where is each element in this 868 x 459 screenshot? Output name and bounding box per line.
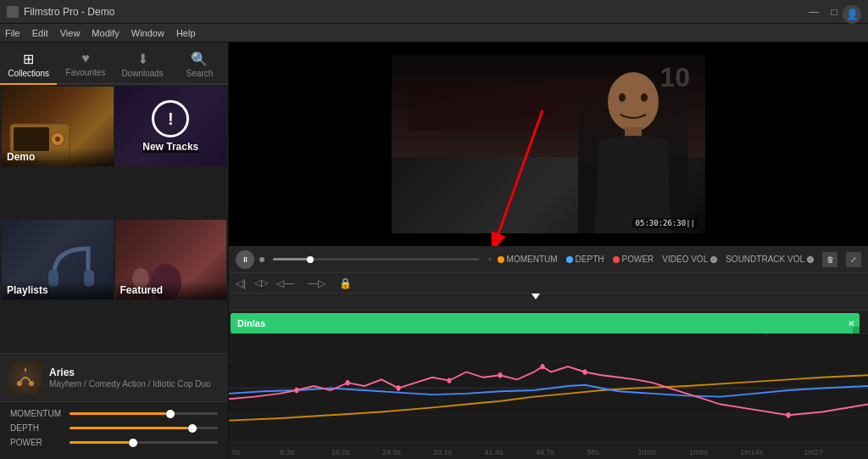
track-thumbnail <box>8 361 42 395</box>
track-title: Aries <box>49 367 220 378</box>
trim-right-button[interactable]: —▷ <box>308 277 326 289</box>
menu-window[interactable]: Window <box>131 28 164 38</box>
new-tracks-label: New Tracks <box>142 141 198 153</box>
time-49s: 49.7s <box>536 448 554 456</box>
depth-thumb <box>188 424 197 433</box>
tab-downloads[interactable]: ⬇ Downloads <box>114 48 171 83</box>
sidebar: ⊞ Collections ♥ Favourites ⬇ Downloads 🔍… <box>0 42 229 459</box>
power-graph-line <box>229 375 868 420</box>
video-vol-dot <box>710 256 717 263</box>
split-button[interactable]: ◁▷ <box>254 277 268 288</box>
soundtrack-vol-dot <box>807 256 814 263</box>
soundtrack-vol-text: SOUNDTRACK VOL <box>726 255 804 264</box>
depth-dot <box>566 256 573 263</box>
transport-dot <box>259 257 264 262</box>
now-playing-bar: Aries Mayhem / Comedy Action / Idiotic C… <box>0 353 228 401</box>
collection-new-tracks[interactable]: ! New Tracks <box>115 87 227 166</box>
trim-left-button[interactable]: ◁— <box>276 277 294 289</box>
transport-timeline[interactable] <box>273 258 479 260</box>
person-silhouette <box>578 72 688 233</box>
collections-icon: ⊞ <box>23 51 34 67</box>
svg-point-9 <box>17 381 22 386</box>
momentum-transport-text: MOMENTUM <box>507 255 558 264</box>
nav-tabs: ⊞ Collections ♥ Favourites ⬇ Downloads 🔍… <box>0 42 228 85</box>
graph-dot-5 <box>498 372 503 378</box>
tab-search[interactable]: 🔍 Search <box>171 48 228 83</box>
heart-icon: ♥ <box>81 51 90 66</box>
menu-edit[interactable]: Edit <box>32 28 48 38</box>
video-timestamp: 05:30:26:30|| <box>632 218 698 228</box>
title-bar: Filmstro Pro - Demo — □ ✕ <box>0 0 868 24</box>
time-0s: 0s <box>232 448 241 456</box>
app-body: ⊞ Collections ♥ Favourites ⬇ Downloads 🔍… <box>0 42 868 459</box>
svg-point-15 <box>641 93 648 102</box>
transport-bar: ⏸ + MOMENTUM DEPTH POWER <box>229 246 868 273</box>
playback-controls-row: ◁| ◁▷ ◁— —▷ 🔒 <box>229 273 868 294</box>
time-1m0s: 1m0s <box>638 448 657 456</box>
window-title: Filmstro Pro - Demo <box>24 6 114 18</box>
power-track[interactable] <box>70 441 218 444</box>
depth-transport-label: DEPTH <box>566 255 604 264</box>
power-fill <box>70 441 129 444</box>
graph-dot-3 <box>397 385 401 390</box>
graph-dot-7 <box>583 369 587 374</box>
graph-dot-8 <box>787 412 791 417</box>
track-info: Aries Mayhem / Comedy Action / Idiotic C… <box>49 367 220 389</box>
transport-label-controls: MOMENTUM DEPTH POWER VIDEO VOL SOUNDTRAC… <box>498 252 861 267</box>
track-subtitle: Mayhem / Comedy Action / Idiotic Cop Duo <box>49 379 220 389</box>
video-vol-label: VIDEO VOL <box>662 255 717 264</box>
tab-downloads-label: Downloads <box>121 69 163 78</box>
title-bar-left: Filmstro Pro - Demo <box>7 6 114 18</box>
time-24s: 24.8s <box>382 448 401 456</box>
minimize-button[interactable]: — <box>807 5 821 19</box>
track-lane: Dinlas ✕ <box>229 311 868 334</box>
momentum-track[interactable] <box>70 412 218 415</box>
depth-track[interactable] <box>70 427 218 429</box>
user-avatar[interactable]: 👤 <box>843 5 861 24</box>
depth-row: DEPTH <box>10 423 218 433</box>
playlists-label: Playlists <box>2 281 114 299</box>
power-dot <box>613 256 620 263</box>
collection-playlists[interactable]: Playlists <box>2 220 114 299</box>
featured-label: Featured <box>115 281 227 299</box>
time-1m2x: 1m2? <box>804 448 824 456</box>
tab-collections[interactable]: ⊞ Collections <box>0 48 57 85</box>
expand-button[interactable]: ⤢ <box>846 252 861 267</box>
content-area: 10 <box>229 42 868 459</box>
play-pause-button[interactable]: ⏸ <box>236 250 254 269</box>
time-58s: 58s <box>587 448 599 456</box>
timeline-area: Dinlas ✕ <box>229 294 868 459</box>
collection-demo[interactable]: Demo <box>2 87 114 166</box>
graph-area <box>229 334 868 442</box>
maximize-button[interactable]: □ <box>827 5 841 19</box>
new-tracks-badge: ! <box>152 100 189 137</box>
menu-view[interactable]: View <box>60 28 81 38</box>
lock-button[interactable]: 🔒 <box>339 277 352 289</box>
graph-dot-4 <box>448 378 452 383</box>
timeline-playhead-head <box>307 256 314 263</box>
momentum-transport-label: MOMENTUM <box>498 255 558 264</box>
time-ruler: 0s 8.3s 16.0s 24.8s 33.1s 41.4s 49.7s 58… <box>229 442 868 459</box>
aries-art <box>13 365 38 390</box>
sliders-section: MOMENTUM DEPTH POWER <box>0 401 228 459</box>
graph-dot-2 <box>346 380 350 385</box>
time-1m14s: 1m14s <box>740 448 763 456</box>
power-row: POWER <box>10 438 218 447</box>
tab-favourites-label: Favourites <box>66 68 106 77</box>
svg-point-12 <box>608 72 659 132</box>
trash-button[interactable]: 🗑 <box>822 252 837 267</box>
soundtrack-vol-label: SOUNDTRACK VOL <box>726 255 814 264</box>
tab-collections-label: Collections <box>8 69 49 78</box>
menu-help[interactable]: Help <box>176 28 196 38</box>
tab-favourites[interactable]: ♥ Favourites <box>57 48 114 83</box>
graph-dot-6 <box>541 364 545 369</box>
track-clip-dinlas[interactable]: Dinlas ✕ <box>231 313 860 333</box>
depth-fill <box>70 427 188 429</box>
app-icon <box>7 6 19 18</box>
menu-file[interactable]: File <box>5 28 20 38</box>
momentum-graph-line <box>229 367 868 415</box>
prev-frame-button[interactable]: ◁| <box>236 277 246 289</box>
transport-plus: + <box>487 255 492 264</box>
collection-featured[interactable]: Featured <box>115 220 227 299</box>
menu-modify[interactable]: Modify <box>92 28 119 38</box>
